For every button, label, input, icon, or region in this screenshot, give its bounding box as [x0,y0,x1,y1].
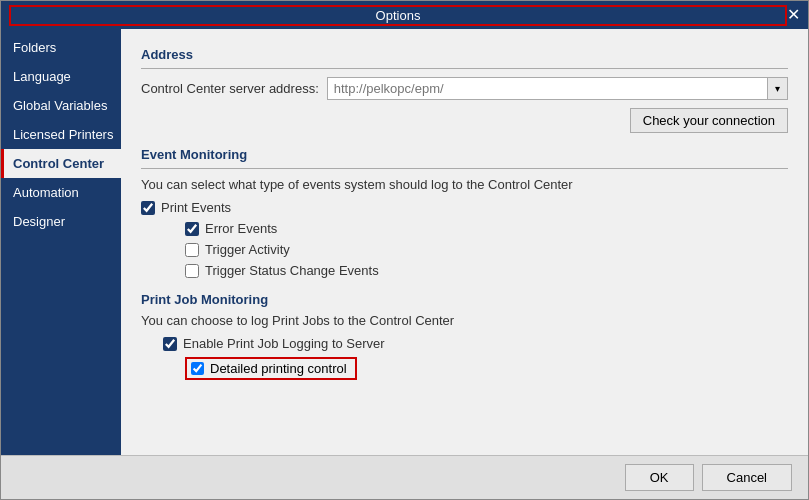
check-connection-row: Check your connection [141,108,788,133]
content-area: Address Control Center server address: ▾… [121,29,808,455]
dialog-title: Options [9,5,787,26]
check-connection-button[interactable]: Check your connection [630,108,788,133]
sidebar-item-global-variables[interactable]: Global Variables [1,91,121,120]
sidebar-item-folders[interactable]: Folders [1,33,121,62]
event-monitoring-desc: You can select what type of events syste… [141,177,788,192]
error-events-checkbox[interactable] [185,222,199,236]
print-job-desc: You can choose to log Print Jobs to the … [141,313,788,328]
dialog-footer: OK Cancel [1,455,808,499]
trigger-status-label[interactable]: Trigger Status Change Events [205,263,379,278]
dialog-body: FoldersLanguageGlobal VariablesLicensed … [1,29,808,455]
print-events-checkbox[interactable] [141,201,155,215]
event-monitoring-divider [141,168,788,169]
sidebar-item-control-center[interactable]: Control Center [1,149,121,178]
close-button[interactable]: ✕ [787,7,800,23]
cancel-button[interactable]: Cancel [702,464,792,491]
event-monitoring-section: Event Monitoring You can select what typ… [141,147,788,278]
sidebar-item-automation[interactable]: Automation [1,178,121,207]
trigger-activity-label[interactable]: Trigger Activity [205,242,290,257]
detailed-printing-label[interactable]: Detailed printing control [210,361,347,376]
sidebar-item-language[interactable]: Language [1,62,121,91]
detailed-printing-wrapper: Detailed printing control [141,357,788,380]
print-job-section: Print Job Monitoring You can choose to l… [141,292,788,380]
enable-logging-label[interactable]: Enable Print Job Logging to Server [183,336,385,351]
error-events-item: Error Events [141,221,788,236]
print-events-item: Print Events [141,200,788,215]
enable-logging-checkbox[interactable] [163,337,177,351]
detailed-printing-checkbox[interactable] [191,362,204,375]
detailed-printing-box: Detailed printing control [185,357,357,380]
trigger-activity-item: Trigger Activity [141,242,788,257]
address-divider [141,68,788,69]
address-row: Control Center server address: ▾ [141,77,788,100]
trigger-activity-checkbox[interactable] [185,243,199,257]
server-address-input[interactable] [328,78,767,99]
address-dropdown-button[interactable]: ▾ [767,78,787,99]
server-address-input-wrap: ▾ [327,77,788,100]
print-events-label[interactable]: Print Events [161,200,231,215]
ok-button[interactable]: OK [625,464,694,491]
print-job-header: Print Job Monitoring [141,292,788,307]
enable-logging-item: Enable Print Job Logging to Server [141,336,788,351]
address-section: Address Control Center server address: ▾… [141,47,788,133]
error-events-label[interactable]: Error Events [205,221,277,236]
sidebar-item-designer[interactable]: Designer [1,207,121,236]
sidebar-item-licensed-printers[interactable]: Licensed Printers [1,120,121,149]
sidebar: FoldersLanguageGlobal VariablesLicensed … [1,29,121,455]
options-dialog: Options ✕ FoldersLanguageGlobal Variable… [0,0,809,500]
address-section-header: Address [141,47,788,62]
title-bar: Options ✕ [1,1,808,29]
server-address-label: Control Center server address: [141,81,319,96]
trigger-status-item: Trigger Status Change Events [141,263,788,278]
trigger-status-checkbox[interactable] [185,264,199,278]
event-monitoring-header: Event Monitoring [141,147,788,162]
